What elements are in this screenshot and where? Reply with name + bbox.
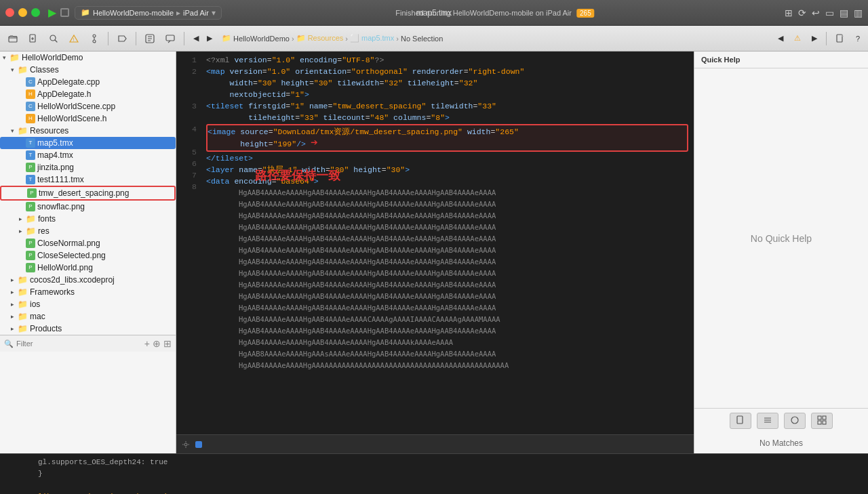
quick-help-header: Quick Help (694, 52, 868, 68)
triangle-icon: ▾ (11, 66, 18, 73)
sidebar-item-4[interactable]: CHelloWorldScene.cpp (0, 100, 176, 112)
back-nav-button[interactable]: ◀ (189, 32, 203, 45)
cpp-icon: C (26, 102, 35, 111)
prev-breadcrumb-button[interactable]: ◀ (774, 32, 787, 45)
sidebar-item-22[interactable]: ▸📁Products (0, 323, 176, 335)
source-control-button[interactable] (85, 32, 103, 45)
inspector-icon[interactable]: ▭ (825, 7, 834, 18)
sidebar-item-14[interactable]: ▸📁res (0, 225, 176, 237)
svg-point-4 (93, 35, 96, 37)
nav-arrows: ◀ ▶ (189, 32, 216, 45)
breakpoint-button[interactable] (113, 32, 131, 45)
data-line-10: HgAAB4AAAAeAAAAHgAAB4AAAAeAAAAHgAAB4AAAA… (239, 302, 688, 314)
qh-grid-button[interactable] (811, 413, 833, 429)
sidebar-options-icon[interactable]: ⊞ (163, 338, 172, 349)
breadcrumb: 📁 HelloWorldDemo › 📁 Resources › ⬜ map5.… (219, 30, 771, 47)
data-line-5: HgAAB4AAAAeAAAAHgAAB4AAAAeAAAAHgAAB4AAAA… (239, 245, 688, 256)
traffic-lights[interactable] (5, 8, 40, 17)
sidebar-item-9[interactable]: Pjinzita.png (0, 161, 176, 173)
add-file-button[interactable] (24, 32, 42, 45)
editor-settings-button[interactable] (182, 440, 190, 449)
data-line-1: HgAAB4AAAAeAAAAHgAAB4AAAAeAAAAHgAAB4AAAA… (239, 199, 688, 210)
utilities-icon[interactable]: ▥ (854, 7, 863, 18)
sidebar-item-0[interactable]: ▾📁HelloWorldDemo (0, 52, 176, 64)
log-line: } (38, 468, 863, 480)
help-button[interactable]: ? (852, 33, 864, 45)
sidebar-label: AppDelegate.h (37, 89, 91, 99)
breadcrumb-selection[interactable]: No Selection (401, 35, 443, 43)
fullscreen-button[interactable] (31, 8, 40, 17)
sidebar-item-5[interactable]: HHelloWorldScene.h (0, 112, 176, 125)
sidebar-item-13[interactable]: ▸📁fonts (0, 213, 176, 225)
sidebar: ▾📁HelloWorldDemo▾📁ClassesCAppDelegate.cp… (0, 52, 176, 453)
sidebar-label: tmw_desert_spacing.png (39, 188, 129, 198)
svg-point-12 (791, 417, 798, 424)
sidebar-item-20[interactable]: ▸📁ios (0, 298, 176, 310)
sidebar-item-10[interactable]: Ttest1111.tmx (0, 173, 176, 186)
device-name[interactable]: iPad Air (183, 9, 209, 17)
sidebar-item-16[interactable]: PCloseSelected.png (0, 249, 176, 262)
sidebar-item-19[interactable]: ▸📁Frameworks (0, 286, 176, 298)
sidebar-item-2[interactable]: CAppDelegate.cpp (0, 76, 176, 88)
bottom-log[interactable]: gl.supports_OES_depth24: true } libpng w… (0, 454, 868, 494)
sidebar-item-6[interactable]: ▾📁Resources (0, 125, 176, 137)
run-button[interactable]: ▶ (48, 6, 56, 19)
sidebar-item-11[interactable]: Ptmw_desert_spacing.png (0, 186, 176, 201)
svg-rect-15 (818, 421, 821, 424)
sidebar-item-3[interactable]: HAppDelegate.h (0, 88, 176, 100)
circle-icon (790, 415, 800, 425)
sidebar-item-12[interactable]: Psnowflac.png (0, 201, 176, 213)
sidebar-item-18[interactable]: ▸📁cocos2d_libs.xcodeproj (0, 274, 176, 286)
sidebar-item-8[interactable]: Tmap4.tmx (0, 149, 176, 161)
next-breadcrumb-button[interactable]: ▶ (808, 32, 821, 45)
triangle-icon: ▾ (3, 54, 9, 61)
triangle-icon: ▸ (11, 313, 18, 320)
folder-icon: 📁 (18, 312, 28, 321)
breadcrumb-project[interactable]: HelloWorldDemo (233, 35, 290, 43)
search-button[interactable] (45, 32, 62, 45)
folder-open-button[interactable] (4, 32, 22, 45)
back-icon[interactable]: ↩ (812, 7, 820, 18)
minimize-button[interactable] (18, 8, 27, 17)
png-icon: P (26, 263, 35, 272)
code-view[interactable]: <?xml version="1.0" encoding="UTF-8"?> <… (201, 52, 694, 434)
toolbar-separator3 (184, 32, 184, 45)
warning-nav-button[interactable]: ⚠ (790, 32, 805, 45)
sidebar-icon[interactable]: ▤ (840, 7, 848, 18)
close-button[interactable] (5, 8, 14, 17)
sidebar-filter-input[interactable] (16, 339, 144, 348)
debug-button[interactable] (141, 32, 159, 45)
code-line-1: <?xml version="1.0" encoding="UTF-8"?> (206, 54, 688, 66)
sidebar-label: HelloWorldScene.h (37, 114, 107, 123)
warning-button[interactable]: ! (65, 32, 83, 45)
qh-circle-button[interactable] (784, 413, 806, 429)
breadcrumb-resources[interactable]: 📁 Resources (296, 34, 344, 43)
stop-button[interactable] (60, 8, 69, 17)
breadcrumb-file[interactable]: ⬜ map5.tmx (350, 34, 394, 43)
folder-icon: 📁 (26, 214, 36, 224)
warning-badge[interactable]: 265 (576, 9, 595, 18)
sidebar-plus-icon[interactable]: ⊕ (153, 338, 161, 349)
sidebar-item-21[interactable]: ▸📁mac (0, 310, 176, 323)
comment-button[interactable] (161, 32, 179, 45)
qh-new-doc-button[interactable] (730, 413, 751, 429)
svg-text:!: ! (73, 37, 75, 41)
sidebar-item-17[interactable]: PHelloWorld.png (0, 262, 176, 274)
sidebar-filter-icon: 🔍 (4, 339, 14, 348)
scheme-name[interactable]: HelloWorldDemo-mobile (93, 9, 174, 17)
sidebar-item-15[interactable]: PCloseNormal.png (0, 237, 176, 249)
new-file-button[interactable] (831, 32, 849, 45)
code-line-5: </tileset> (206, 152, 688, 164)
editor-layout-icon[interactable]: ⊞ (785, 7, 793, 18)
sidebar-item-7[interactable]: Tmap5.tmx (0, 137, 176, 149)
activity-icon[interactable]: ⟳ (798, 7, 806, 18)
qh-list-button[interactable] (757, 413, 778, 429)
triangle-icon: ▸ (11, 276, 18, 283)
open-folder-icon (8, 34, 18, 43)
forward-nav-button[interactable]: ▶ (203, 32, 216, 45)
run-status: Finished running HelloWorldDemo-mobile o… (395, 9, 572, 17)
data-line-6: HgAAB4AAAAeAAAAHgAAB4AAAAeAAAAHgAAB4AAAA… (239, 256, 688, 268)
sidebar-item-1[interactable]: ▾📁Classes (0, 64, 176, 76)
data-line-12: HgAAB4AAAAeAAAAHgAAB4AAAAeAAAAHgAAB4AAAA… (239, 325, 688, 337)
sidebar-add-icon[interactable]: + (144, 338, 150, 349)
